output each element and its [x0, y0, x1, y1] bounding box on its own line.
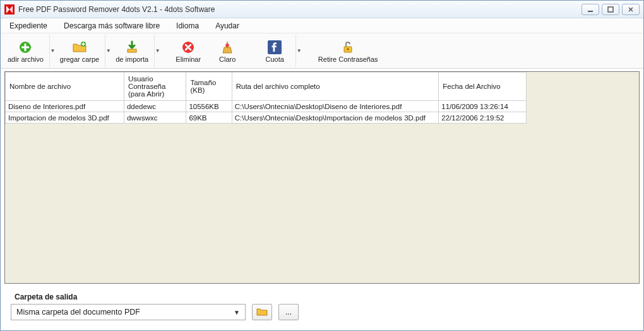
delete-label: Eliminar [176, 55, 201, 63]
cell-user_pw: ddedewc [124, 101, 186, 112]
chevron-down-icon: ▼ [155, 48, 160, 54]
maximize-button[interactable] [602, 4, 619, 15]
chevron-down-icon: ▼ [106, 48, 111, 54]
share-label: Cuota [266, 55, 284, 63]
svg-rect-1 [588, 11, 593, 12]
grid-header-row: Nombre de archivo Usuario Contraseña (pa… [6, 73, 527, 101]
toolbar: adir archivo ▼ gregar carpe ▼ de importa… [1, 33, 643, 69]
app-window: Free PDF Password Remover 4dots V2.1 - 4… [0, 0, 644, 331]
folder-plus-icon [72, 39, 87, 55]
chevron-down-icon: ▼ [297, 48, 302, 54]
remove-passwords-button[interactable]: Retire Contraseñas [310, 35, 386, 67]
remove-passwords-label: Retire Contraseñas [318, 55, 378, 63]
clear-button[interactable]: Claro [208, 35, 247, 67]
output-section: Carpeta de salida Misma carpeta del docu… [4, 289, 640, 327]
menubar: Expediente Descarga más software libre I… [1, 18, 643, 33]
col-user-password[interactable]: Usuario Contraseña (para Abrir) [124, 73, 186, 101]
more-label: ... [285, 308, 292, 316]
cell-size: 69KB [186, 112, 232, 124]
table-row[interactable]: Diseno de Interiores.pdfddedewc10556KBC:… [6, 101, 527, 112]
svg-point-12 [225, 44, 229, 47]
col-fullpath[interactable]: Ruta del archivo completo [232, 73, 439, 101]
svg-rect-8 [82, 44, 85, 45]
delete-icon [181, 39, 195, 55]
cell-fullpath: C:\Users\Ontecnia\Desktop\Importacion de… [232, 112, 439, 124]
window-title: Free PDF Password Remover 4dots V2.1 - 4… [18, 5, 581, 14]
menu-expediente[interactable]: Expediente [7, 20, 50, 32]
cell-filename: Diseno de Interiores.pdf [6, 101, 124, 112]
content-area: Nombre de archivo Usuario Contraseña (pa… [1, 69, 643, 330]
unlock-icon [341, 39, 355, 55]
col-size[interactable]: Tamaño (KB) [186, 73, 232, 101]
file-grid-scroll[interactable]: Nombre de archivo Usuario Contraseña (pa… [5, 72, 639, 283]
cell-size: 10556KB [186, 101, 232, 112]
add-folder-button[interactable]: gregar carpe [56, 35, 104, 67]
add-file-button[interactable]: adir archivo [3, 35, 48, 67]
col-filename[interactable]: Nombre de archivo [6, 73, 124, 101]
menu-idioma[interactable]: Idioma [174, 20, 201, 32]
plus-icon [18, 39, 32, 55]
cell-filename: Importacion de modelos 3D.pdf [6, 112, 124, 124]
cell-user_pw: dwwswxc [124, 112, 186, 124]
delete-button[interactable]: Eliminar [169, 35, 208, 67]
add-folder-label: gregar carpe [60, 55, 99, 63]
import-label: de importa [116, 55, 148, 63]
share-button[interactable]: Cuota [255, 35, 294, 67]
import-dropdown[interactable]: ▼ [154, 35, 160, 67]
chevron-down-icon: ▼ [50, 48, 55, 54]
folder-icon [256, 307, 268, 318]
output-folder-combo[interactable]: Misma carpeta del documento PDF ▼ [11, 304, 246, 320]
browse-folder-button[interactable] [252, 304, 272, 320]
cell-filedate: 22/12/2006 2:19:52 [439, 112, 527, 124]
file-grid-wrapper: Nombre de archivo Usuario Contraseña (pa… [4, 71, 640, 284]
import-icon [125, 39, 139, 55]
output-row: Misma carpeta del documento PDF ▼ ... [11, 304, 633, 320]
minimize-button[interactable] [581, 4, 599, 15]
cell-fullpath: C:\Users\Ontecnia\Desktop\Diseno de Inte… [232, 101, 439, 112]
chevron-down-icon: ▼ [234, 309, 240, 316]
import-button[interactable]: de importa [111, 35, 153, 67]
titlebar: Free PDF Password Remover 4dots V2.1 - 4… [1, 1, 643, 18]
svg-rect-5 [21, 46, 29, 48]
file-grid: Nombre de archivo Usuario Contraseña (pa… [5, 72, 527, 124]
col-filedate[interactable]: Fecha del Archivo [439, 73, 527, 101]
more-button[interactable]: ... [278, 304, 299, 320]
menu-descarga[interactable]: Descarga más software libre [61, 20, 162, 32]
close-button[interactable] [622, 4, 640, 15]
app-icon [4, 4, 15, 15]
cell-filedate: 11/06/2009 13:26:14 [439, 101, 527, 112]
table-row[interactable]: Importacion de modelos 3D.pdfdwwswxc69KB… [6, 112, 527, 124]
output-folder-value: Misma carpeta del documento PDF [16, 308, 234, 316]
menu-ayudar[interactable]: Ayudar [213, 20, 242, 32]
clear-label: Claro [219, 55, 236, 63]
svg-point-15 [347, 48, 349, 50]
window-buttons [581, 4, 640, 15]
add-file-dropdown[interactable]: ▼ [49, 35, 56, 67]
add-folder-dropdown[interactable]: ▼ [105, 35, 111, 67]
share-dropdown[interactable]: ▼ [295, 35, 302, 67]
svg-rect-9 [128, 49, 136, 52]
output-folder-label: Carpeta de salida [15, 293, 633, 301]
broom-icon [220, 39, 234, 55]
add-file-label: adir archivo [8, 55, 44, 63]
svg-rect-2 [608, 7, 613, 12]
facebook-icon [268, 39, 282, 55]
